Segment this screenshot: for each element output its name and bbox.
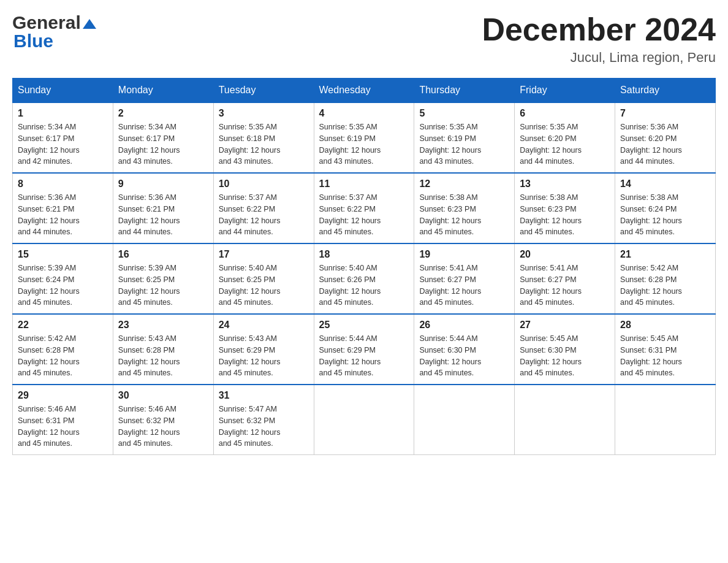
day-info: Sunrise: 5:34 AMSunset: 6:17 PMDaylight:… (18, 121, 108, 167)
calendar-cell: 20Sunrise: 5:41 AMSunset: 6:27 PMDayligh… (515, 243, 615, 314)
calendar-cell: 21Sunrise: 5:42 AMSunset: 6:28 PMDayligh… (615, 243, 716, 314)
day-number: 4 (319, 108, 409, 119)
calendar-cell: 27Sunrise: 5:45 AMSunset: 6:30 PMDayligh… (515, 314, 615, 385)
header-friday: Friday (515, 79, 615, 103)
header-thursday: Thursday (414, 79, 515, 103)
day-info: Sunrise: 5:42 AMSunset: 6:28 PMDaylight:… (18, 333, 108, 379)
day-number: 7 (620, 108, 710, 119)
calendar-week-row: 22Sunrise: 5:42 AMSunset: 6:28 PMDayligh… (13, 314, 716, 385)
calendar-cell: 13Sunrise: 5:38 AMSunset: 6:23 PMDayligh… (515, 173, 615, 243)
calendar-cell: 1Sunrise: 5:34 AMSunset: 6:17 PMDaylight… (13, 102, 113, 173)
day-number: 8 (18, 178, 108, 190)
day-number: 1 (18, 108, 108, 119)
logo: General Blue (12, 12, 96, 52)
calendar-cell: 5Sunrise: 5:35 AMSunset: 6:19 PMDaylight… (414, 102, 515, 173)
month-title: December 2024 (482, 12, 716, 47)
day-info: Sunrise: 5:46 AMSunset: 6:32 PMDaylight:… (118, 404, 208, 450)
day-number: 26 (419, 320, 509, 331)
day-number: 11 (319, 178, 409, 190)
calendar-cell: 3Sunrise: 5:35 AMSunset: 6:18 PMDaylight… (213, 102, 314, 173)
calendar-cell: 11Sunrise: 5:37 AMSunset: 6:22 PMDayligh… (314, 173, 414, 243)
header-wednesday: Wednesday (314, 79, 414, 103)
day-number: 28 (620, 320, 710, 331)
calendar-cell (615, 385, 716, 455)
day-number: 18 (319, 249, 409, 260)
day-info: Sunrise: 5:46 AMSunset: 6:31 PMDaylight:… (18, 404, 108, 450)
header-sunday: Sunday (13, 79, 113, 103)
logo-triangle-icon (83, 18, 96, 30)
day-number: 16 (118, 249, 208, 260)
day-number: 31 (219, 390, 309, 401)
day-info: Sunrise: 5:41 AMSunset: 6:27 PMDaylight:… (419, 262, 509, 308)
calendar-week-row: 1Sunrise: 5:34 AMSunset: 6:17 PMDaylight… (13, 102, 716, 173)
calendar-cell: 12Sunrise: 5:38 AMSunset: 6:23 PMDayligh… (414, 173, 515, 243)
day-info: Sunrise: 5:37 AMSunset: 6:22 PMDaylight:… (319, 192, 409, 238)
day-info: Sunrise: 5:38 AMSunset: 6:23 PMDaylight:… (520, 192, 610, 238)
day-number: 2 (118, 108, 208, 119)
day-info: Sunrise: 5:35 AMSunset: 6:19 PMDaylight:… (419, 121, 509, 167)
calendar-cell: 15Sunrise: 5:39 AMSunset: 6:24 PMDayligh… (13, 243, 113, 314)
calendar-cell: 24Sunrise: 5:43 AMSunset: 6:29 PMDayligh… (213, 314, 314, 385)
day-info: Sunrise: 5:34 AMSunset: 6:17 PMDaylight:… (118, 121, 208, 167)
calendar-cell: 6Sunrise: 5:35 AMSunset: 6:20 PMDaylight… (515, 102, 615, 173)
day-number: 12 (419, 178, 509, 190)
calendar-cell: 22Sunrise: 5:42 AMSunset: 6:28 PMDayligh… (13, 314, 113, 385)
day-number: 22 (18, 320, 108, 331)
calendar-cell: 17Sunrise: 5:40 AMSunset: 6:25 PMDayligh… (213, 243, 314, 314)
day-info: Sunrise: 5:39 AMSunset: 6:25 PMDaylight:… (118, 262, 208, 308)
calendar-cell: 26Sunrise: 5:44 AMSunset: 6:30 PMDayligh… (414, 314, 515, 385)
day-info: Sunrise: 5:41 AMSunset: 6:27 PMDaylight:… (520, 262, 610, 308)
calendar-cell: 7Sunrise: 5:36 AMSunset: 6:20 PMDaylight… (615, 102, 716, 173)
day-number: 5 (419, 108, 509, 119)
day-number: 9 (118, 178, 208, 190)
day-info: Sunrise: 5:42 AMSunset: 6:28 PMDaylight:… (620, 262, 710, 308)
calendar-cell: 4Sunrise: 5:35 AMSunset: 6:19 PMDaylight… (314, 102, 414, 173)
calendar-cell: 31Sunrise: 5:47 AMSunset: 6:32 PMDayligh… (213, 385, 314, 455)
calendar-cell (314, 385, 414, 455)
day-number: 10 (219, 178, 309, 190)
day-number: 21 (620, 249, 710, 260)
calendar-week-row: 8Sunrise: 5:36 AMSunset: 6:21 PMDaylight… (13, 173, 716, 243)
day-info: Sunrise: 5:44 AMSunset: 6:29 PMDaylight:… (319, 333, 409, 379)
day-number: 14 (620, 178, 710, 190)
day-number: 23 (118, 320, 208, 331)
calendar-cell (414, 385, 515, 455)
logo-general-text: General (12, 12, 81, 33)
logo-blue-text: Blue (13, 31, 53, 52)
day-number: 19 (419, 249, 509, 260)
calendar-cell (515, 385, 615, 455)
calendar-cell: 25Sunrise: 5:44 AMSunset: 6:29 PMDayligh… (314, 314, 414, 385)
day-info: Sunrise: 5:36 AMSunset: 6:21 PMDaylight:… (118, 192, 208, 238)
day-number: 3 (219, 108, 309, 119)
header-saturday: Saturday (615, 79, 716, 103)
calendar-cell: 30Sunrise: 5:46 AMSunset: 6:32 PMDayligh… (113, 385, 213, 455)
day-info: Sunrise: 5:38 AMSunset: 6:23 PMDaylight:… (419, 192, 509, 238)
calendar-cell: 14Sunrise: 5:38 AMSunset: 6:24 PMDayligh… (615, 173, 716, 243)
day-number: 13 (520, 178, 610, 190)
day-info: Sunrise: 5:36 AMSunset: 6:20 PMDaylight:… (620, 121, 710, 167)
day-number: 15 (18, 249, 108, 260)
day-info: Sunrise: 5:39 AMSunset: 6:24 PMDaylight:… (18, 262, 108, 308)
calendar-cell: 19Sunrise: 5:41 AMSunset: 6:27 PMDayligh… (414, 243, 515, 314)
calendar-cell: 18Sunrise: 5:40 AMSunset: 6:26 PMDayligh… (314, 243, 414, 314)
calendar-cell: 28Sunrise: 5:45 AMSunset: 6:31 PMDayligh… (615, 314, 716, 385)
day-info: Sunrise: 5:40 AMSunset: 6:25 PMDaylight:… (219, 262, 309, 308)
day-number: 29 (18, 390, 108, 401)
day-number: 25 (319, 320, 409, 331)
header-tuesday: Tuesday (213, 79, 314, 103)
calendar-cell: 9Sunrise: 5:36 AMSunset: 6:21 PMDaylight… (113, 173, 213, 243)
day-info: Sunrise: 5:35 AMSunset: 6:19 PMDaylight:… (319, 121, 409, 167)
day-info: Sunrise: 5:47 AMSunset: 6:32 PMDaylight:… (219, 404, 309, 450)
day-info: Sunrise: 5:44 AMSunset: 6:30 PMDaylight:… (419, 333, 509, 379)
day-number: 6 (520, 108, 610, 119)
day-number: 17 (219, 249, 309, 260)
calendar-table: SundayMondayTuesdayWednesdayThursdayFrid… (12, 78, 716, 455)
day-info: Sunrise: 5:35 AMSunset: 6:20 PMDaylight:… (520, 121, 610, 167)
day-info: Sunrise: 5:45 AMSunset: 6:30 PMDaylight:… (520, 333, 610, 379)
svg-marker-0 (83, 19, 96, 29)
day-info: Sunrise: 5:37 AMSunset: 6:22 PMDaylight:… (219, 192, 309, 238)
day-info: Sunrise: 5:43 AMSunset: 6:29 PMDaylight:… (219, 333, 309, 379)
calendar-header-row: SundayMondayTuesdayWednesdayThursdayFrid… (13, 79, 716, 103)
day-info: Sunrise: 5:38 AMSunset: 6:24 PMDaylight:… (620, 192, 710, 238)
header-monday: Monday (113, 79, 213, 103)
